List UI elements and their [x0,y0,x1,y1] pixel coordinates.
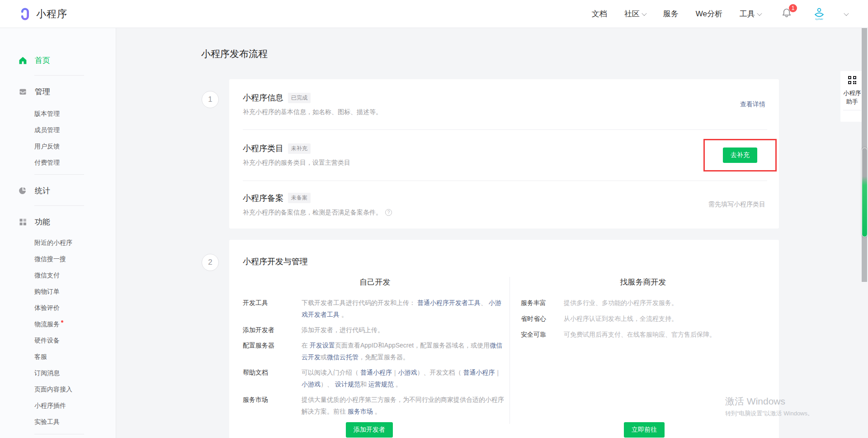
main-content: 小程序发布流程 1 小程序信息 已完成 补充小程序的基本信息，如名称、图标、描述… [116,28,868,438]
prerequisite-note: 需先填写小程序类目 [708,200,765,209]
nav-community[interactable]: 社区 [624,9,646,19]
go-now-button[interactable]: 立即前往 [624,422,665,438]
brand-title: 小程序 [36,7,67,21]
sidebar-item-version-manage[interactable]: 版本管理 [0,106,116,122]
self-develop-column: 自己开发 开发工具 下载开发者工具进行代码的开发和上传： 普通小程序开发者工具、… [229,277,509,424]
sidebar-item-payment-manage[interactable]: 付费管理 [0,155,116,171]
help-icon[interactable]: ? [385,209,392,216]
column-header: 找服务商开发 [521,277,765,288]
card-title: 小程序开发与管理 [229,240,779,267]
fill-category-button[interactable]: 去补充 [723,148,757,163]
sidebar-item-shopping-orders[interactable]: 购物订单 [0,284,116,300]
notification-bell[interactable]: 1 [781,7,792,20]
sidebar-item-experience-review[interactable]: 体验评价 [0,300,116,316]
sidebar-group-manage[interactable]: 管理 [0,86,116,97]
inline-link[interactable]: 微信云托管 [327,353,359,361]
nav-community-label: 社区 [624,9,640,19]
divider [34,174,84,175]
sidebar-item-experiment-tools[interactable]: 实验工具 [0,414,116,430]
nav-service-label: 服务 [663,9,679,19]
inline-link[interactable]: 开发设置 [310,342,335,349]
sidebar-item-miniprogram-plugin[interactable]: 小程序插件 [0,398,116,414]
assistant-label-line1: 小程序 [840,88,864,98]
nav-we-analytics[interactable]: We分析 [696,9,722,19]
add-developer-button[interactable]: 添加开发者 [346,422,393,438]
status-badge: 未补充 [288,143,311,154]
avatar-logo-icon [813,7,825,18]
nav-docs-label: 文档 [592,9,607,19]
sidebar-group-features[interactable]: 功能 [0,216,116,228]
sidebar-item-logistics-service[interactable]: 物流服务 [0,316,116,333]
nav-tools[interactable]: 工具 [740,9,761,19]
row-label: 帮助文档 [243,367,302,390]
inline-link[interactable]: 普通小程序开发者工具 [417,299,481,306]
row-desc: 从小程序认证到发布上线，全流程支持。 [564,313,765,324]
row-desc: 补充小程序的备案信息，检测是否满足备案条件。 [243,209,382,217]
row-title: 小程序信息 [243,92,283,103]
notification-badge: 1 [789,4,797,12]
miniprogram-assistant-widget[interactable]: 小程序 助手 [840,71,864,122]
miniprogram-category-row: 小程序类目 未补充 补充小程序的服务类目，设置主营类目 去补充 [229,129,779,181]
column-header: 自己开发 [243,277,507,288]
row-desc: 在 开发设置页面查看AppID和AppSecret，配置服务器域名，或使用微信云… [302,339,507,363]
dev-tools-row: 开发工具 下载开发者工具进行代码的开发和上传： 普通小程序开发者工具、 小游戏开… [243,297,507,320]
dev-manage-card: 小程序开发与管理 自己开发 开发工具 下载开发者工具进行代码的开发和上传： 普通… [229,240,779,438]
sidebar: 首页 管理 版本管理 成员管理 用户反馈 付费管理 统计 功能 附近的小程序 微… [0,28,116,438]
row-desc: 补充小程序的基本信息，如名称、图标、描述等。 [243,108,382,116]
brand[interactable]: 小程序 [18,7,67,21]
inline-link[interactable]: 小游戏 [398,369,417,376]
step-2-number: 2 [202,254,219,271]
row-label: 开发工具 [243,297,302,320]
sidebar-item-user-feedback[interactable]: 用户反馈 [0,138,116,155]
sidebar-item-wechat-pay[interactable]: 微信支付 [0,267,116,284]
header-nav: 文档 社区 服务 We分析 工具 1 kychakr [592,5,848,23]
inline-link[interactable]: 运营规范 [368,381,394,388]
sidebar-group-label: 统计 [35,186,50,196]
nav-we-analytics-label: We分析 [696,9,722,19]
nav-service[interactable]: 服务 [663,9,679,19]
sidebar-item-wechat-search[interactable]: 微信搜一搜 [0,251,116,267]
page-title: 小程序发布流程 [201,48,268,60]
sidebar-item-member-manage[interactable]: 成员管理 [0,122,116,138]
row-label: 安全可靠 [521,328,564,340]
row-title: 小程序类目 [243,143,283,154]
assistant-label-line2: 助手 [840,97,864,106]
sidebar-group-stats[interactable]: 统计 [0,185,116,196]
inline-link[interactable]: 小游戏 [302,381,321,388]
sidebar-item-home[interactable]: 首页 [0,54,116,66]
chevron-down-icon[interactable] [844,10,849,15]
row-label: 配置服务器 [243,339,302,363]
avatar[interactable]: kychakr [811,5,827,23]
scrollbar-thumb[interactable] [862,148,868,237]
status-badge: 未备案 [288,193,311,203]
inline-link[interactable]: 普通小程序 [360,369,392,376]
inline-link[interactable]: 服务市场 [348,408,373,415]
pie-chart-icon [18,186,28,195]
view-details-link[interactable]: 查看详情 [740,100,765,109]
inline-link[interactable]: 普通小程序 [463,369,495,376]
add-developer-row: 添加开发者 添加开发者，进行代码上传。 [243,324,507,336]
sidebar-item-nearby-miniprogram[interactable]: 附近的小程序 [0,235,116,251]
inline-link[interactable]: 设计规范 [335,381,360,388]
save-time-row: 省时省心 从小程序认证到发布上线，全流程支持。 [521,313,765,324]
nav-docs[interactable]: 文档 [592,9,607,19]
inbox-icon [18,87,28,96]
new-indicator-dot [61,320,63,323]
divider [34,205,84,206]
sidebar-item-hardware-device[interactable]: 硬件设备 [0,333,116,349]
sidebar-item-page-content-access[interactable]: 页面内容接入 [0,381,116,398]
sidebar-group-label: 管理 [35,86,50,97]
sidebar-item-customer-service[interactable]: 客服 [0,349,116,365]
status-badge: 已完成 [288,93,311,103]
row-label: 添加开发者 [243,324,302,336]
row-desc: 提供多行业、多功能的小程序开发服务。 [564,297,765,309]
top-header: 小程序 文档 社区 服务 We分析 工具 1 [0,0,868,28]
row-desc: 提供大量优质的小程序第三方服务，为不同行业的商家提供合适的小程序解决方案。前往 … [302,394,507,417]
miniprogram-filing-row: 小程序备案 未备案 补充小程序的备案信息，检测是否满足备案条件。 ? 需先填写小… [229,181,779,229]
help-docs-row: 帮助文档 可以阅读入门介绍（ 普通小程序｜小游戏）、开发文档（ 普通小程序｜小游… [243,367,507,390]
grid-icon [18,217,28,227]
sidebar-item-subscribe-message[interactable]: 订阅消息 [0,365,116,381]
row-label: 服务市场 [243,394,302,417]
row-desc: 添加开发者，进行代码上传。 [302,324,507,336]
miniprogram-logo-icon [18,7,32,21]
